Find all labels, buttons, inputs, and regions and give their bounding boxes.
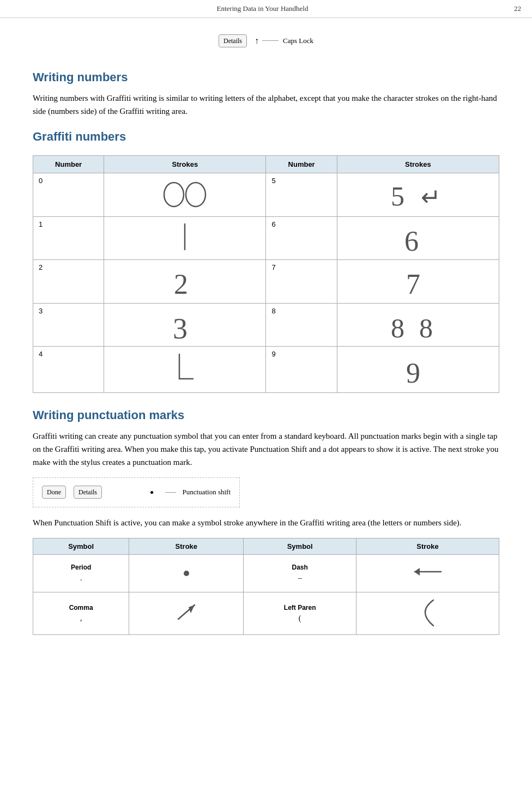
writing-punctuation-body1: Graffiti writing can create any punctuat… — [33, 429, 499, 469]
number-cell: 6 — [266, 216, 337, 260]
sym-col-header-2: Stroke — [129, 538, 244, 555]
writing-numbers-body: Writing numbers with Graffiti writing is… — [33, 92, 499, 118]
col-header-number2: Number — [266, 155, 337, 173]
sym-name: Comma — [39, 603, 123, 613]
table-row: 0 5 5 ↵ — [33, 173, 499, 217]
stroke-cell: 6 — [337, 216, 499, 260]
stroke-cell: 9 — [337, 347, 499, 393]
svg-text:5: 5 — [391, 181, 404, 211]
svg-text:9: 9 — [406, 358, 420, 387]
table-row: Period . Dash – — [33, 555, 499, 592]
sym-col-header-1: Symbol — [33, 538, 129, 555]
header-bar: Entering Data in Your Handheld 22 — [0, 0, 532, 18]
details-button-pill: Details — [219, 34, 247, 47]
stroke-cell: 7 — [337, 260, 499, 304]
sym-col-header-3: Symbol — [244, 538, 356, 555]
stroke-period-svg — [170, 558, 203, 585]
page-number: 22 — [514, 3, 521, 14]
symbol-table: Symbol Stroke Symbol Stroke Period . — [33, 538, 499, 635]
punct-line — [165, 492, 176, 493]
details-pill-label: Details — [223, 36, 242, 46]
sym-char: – — [249, 572, 350, 584]
col-header-strokes2: Strokes — [337, 155, 499, 173]
col-header-strokes1: Strokes — [104, 155, 266, 173]
svg-marker-16 — [189, 605, 195, 613]
stroke-cell-sym — [356, 555, 499, 592]
caps-line — [262, 40, 279, 41]
header-title: Entering Data in Your Handheld — [11, 3, 514, 14]
stroke-svg-9: 9 — [385, 349, 451, 387]
stroke-comma-svg — [170, 598, 203, 626]
table-row: 3 3 8 8 8 — [33, 303, 499, 347]
symbol-cell: Left Paren ( — [244, 592, 356, 635]
stroke-svg-7: 7 — [385, 262, 451, 298]
symbol-cell: Period . — [33, 555, 129, 592]
svg-point-0 — [164, 183, 184, 207]
stroke-svg-4 — [158, 349, 212, 387]
symbol-cell: Dash – — [244, 555, 356, 592]
stroke-svg-6: 6 — [385, 219, 451, 255]
svg-point-12 — [184, 571, 189, 576]
stroke-svg-3: 3 — [158, 306, 212, 341]
writing-numbers-title: Writing numbers — [33, 68, 499, 86]
svg-marker-14 — [414, 568, 420, 576]
svg-text:6: 6 — [404, 226, 419, 255]
sym-char: , — [39, 613, 123, 624]
stroke-svg-2: 2 — [158, 262, 212, 298]
svg-text:8: 8 — [419, 313, 433, 341]
svg-text:2: 2 — [174, 269, 188, 298]
punctuation-dot: • — [150, 483, 154, 501]
stroke-svg-0 — [158, 175, 212, 211]
punctuation-shift-illustration: Done Details • Punctuation shift — [33, 477, 240, 507]
writing-punctuation-body2: When Punctuation Shift is active, you ca… — [33, 516, 499, 529]
number-cell: 0 — [33, 173, 104, 217]
graffiti-numbers-table: Number Strokes Number Strokes 0 5 — [33, 155, 499, 393]
main-content: Details ↑ Caps Lock Writing numbers Writ… — [0, 18, 532, 665]
number-cell: 2 — [33, 260, 104, 304]
svg-text:↵: ↵ — [421, 184, 441, 211]
details-pill-label2: Details — [78, 487, 97, 497]
sym-char: ( — [249, 613, 350, 624]
table-row: 1 6 6 — [33, 216, 499, 260]
stroke-cell-sym — [129, 555, 244, 592]
stroke-cell: 3 — [104, 303, 266, 347]
sym-name: Dash — [249, 562, 350, 572]
number-cell: 3 — [33, 303, 104, 347]
stroke-svg-8: 8 8 — [385, 306, 451, 341]
number-cell: 8 — [266, 303, 337, 347]
caps-arrow-icon: ↑ — [255, 34, 259, 47]
svg-text:7: 7 — [406, 269, 420, 298]
sym-name: Period — [39, 562, 123, 572]
svg-text:3: 3 — [173, 312, 188, 341]
table-row: 2 2 7 7 — [33, 260, 499, 304]
stroke-cell: 8 8 — [337, 303, 499, 347]
svg-text:8: 8 — [391, 313, 404, 341]
svg-point-1 — [186, 183, 205, 207]
col-header-number1: Number — [33, 155, 104, 173]
symbol-cell: Comma , — [33, 592, 129, 635]
number-cell: 5 — [266, 173, 337, 217]
graffiti-numbers-title: Graffiti numbers — [33, 128, 499, 146]
done-button-pill: Done — [42, 486, 66, 499]
sym-col-header-4: Stroke — [356, 538, 499, 555]
number-cell: 7 — [266, 260, 337, 304]
stroke-cell: 2 — [104, 260, 266, 304]
sym-name: Left Paren — [249, 603, 350, 613]
stroke-cell — [104, 347, 266, 393]
stroke-cell-sym — [129, 592, 244, 635]
stroke-cell: 5 ↵ — [337, 173, 499, 217]
stroke-cell-sym — [356, 592, 499, 635]
caps-lock-label: Caps Lock — [283, 35, 313, 46]
table-row: 4 9 9 — [33, 347, 499, 393]
punctuation-shift-label: Punctuation shift — [183, 487, 231, 498]
number-cell: 4 — [33, 347, 104, 393]
stroke-leftparen-svg — [406, 596, 450, 628]
sym-char: . — [39, 572, 123, 584]
details-button-pill2: Details — [74, 486, 102, 499]
stroke-cell — [104, 216, 266, 260]
writing-punctuation-title: Writing punctuation marks — [33, 406, 499, 424]
stroke-cell — [104, 173, 266, 217]
stroke-svg-1 — [158, 219, 212, 255]
number-cell: 9 — [266, 347, 337, 393]
stroke-svg-5: 5 ↵ — [385, 175, 451, 211]
